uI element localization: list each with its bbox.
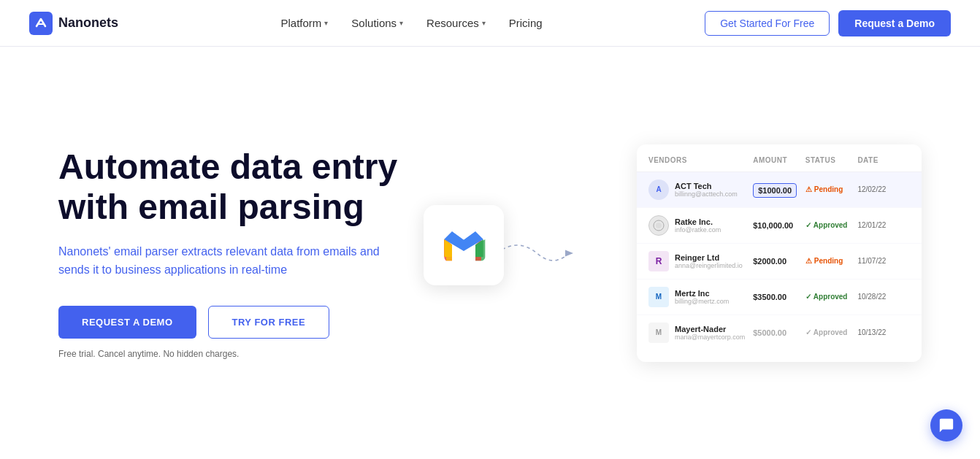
status-badge: ⚠ Pending	[805, 257, 858, 265]
vendor-email: billing@mertz.com	[675, 298, 729, 305]
hero-note: Free trial. Cancel anytime. No hidden ch…	[58, 349, 424, 359]
nav-resources[interactable]: Resources ▾	[426, 17, 486, 29]
table-header: VENDORS AMOUNT STATUS DATE	[637, 156, 922, 172]
vendor-name: Mayert-Nader	[675, 325, 745, 333]
nav-pricing[interactable]: Pricing	[509, 17, 543, 29]
status-badge: ✓ Approved	[805, 328, 858, 336]
vendor-name: Mertz Inc	[675, 289, 729, 298]
date-cell: 12/01/22	[857, 221, 910, 229]
logo-icon	[29, 12, 53, 35]
gmail-card	[424, 205, 504, 285]
table-row: M Mertz Inc billing@mertz.com $3500.00 ✓…	[637, 279, 922, 315]
hero-illustration: VENDORS AMOUNT STATUS DATE A ACT Tech bi…	[424, 122, 922, 385]
svg-point-6	[656, 223, 662, 228]
status-badge: ✓ Approved	[805, 293, 858, 301]
hero-subtitle: Nanonets' email parser extracts relevant…	[58, 242, 394, 279]
avatar: M	[648, 323, 669, 343]
gmail-icon	[440, 222, 487, 269]
amount-cell: $1000.00	[753, 183, 805, 196]
nav-actions: Get Started For Free Request a Demo	[705, 10, 951, 36]
vendor-info: M Mertz Inc billing@mertz.com	[648, 287, 753, 307]
table-row: R Reinger Ltd anna@reingerlimited.io $20…	[637, 244, 922, 279]
chevron-down-icon: ▾	[399, 19, 403, 27]
svg-marker-4	[565, 250, 573, 256]
vendor-info: M Mayert-Nader maria@mayertcorp.com	[648, 323, 753, 343]
chevron-down-icon: ▾	[324, 19, 328, 27]
amount-cell: $3500.00	[753, 293, 805, 301]
vendor-email: maria@mayertcorp.com	[675, 333, 745, 341]
date-cell: 10/28/22	[857, 293, 910, 301]
vendor-email: billinng@acttech.com	[675, 190, 738, 198]
amount-cell: $10,000.00	[753, 221, 805, 230]
avatar: A	[648, 180, 669, 200]
vendor-info: A ACT Tech billinng@acttech.com	[648, 180, 753, 200]
status-badge: ✓ Approved	[805, 221, 858, 229]
try-free-button[interactable]: TRY FOR FREE	[208, 306, 330, 339]
vendor-info: Ratke Inc. info@ratke.com	[648, 215, 753, 236]
avatar: M	[648, 287, 669, 307]
date-cell: 10/13/22	[857, 328, 910, 336]
vendor-email: anna@reingerlimited.io	[675, 262, 743, 269]
hero-section: Automate data entry with email parsing N…	[0, 47, 980, 459]
vendor-name: Ratke Inc.	[675, 217, 721, 226]
vendor-name: ACT Tech	[675, 182, 738, 190]
nav-platform[interactable]: Platform ▾	[281, 17, 329, 29]
nav-solutions[interactable]: Solutions ▾	[351, 17, 403, 29]
hero-content: Automate data entry with email parsing N…	[58, 147, 424, 359]
table-row: A ACT Tech billinng@acttech.com $1000.00…	[637, 172, 922, 208]
avatar	[648, 215, 669, 236]
table-row: Ratke Inc. info@ratke.com $10,000.00 ✓ A…	[637, 208, 922, 244]
vendor-info: R Reinger Ltd anna@reingerlimited.io	[648, 251, 753, 271]
hero-buttons: REQUEST A DEMO TRY FOR FREE	[58, 306, 424, 339]
amount-cell: $5000.00	[753, 328, 805, 337]
logo-text: Nanonets	[58, 15, 118, 31]
request-demo-nav-button[interactable]: Request a Demo	[838, 10, 951, 36]
vendor-table-card: VENDORS AMOUNT STATUS DATE A ACT Tech bi…	[637, 144, 922, 362]
chat-bubble[interactable]	[930, 409, 962, 441]
date-cell: 11/07/22	[857, 257, 910, 265]
chat-icon	[938, 417, 954, 433]
table-row: M Mayert-Nader maria@mayertcorp.com $500…	[637, 315, 922, 350]
arrow-svg	[493, 228, 573, 279]
status-badge: ⚠ Pending	[805, 185, 858, 193]
amount-cell: $2000.00	[753, 257, 805, 266]
logo[interactable]: Nanonets	[29, 12, 118, 35]
request-demo-button[interactable]: REQUEST A DEMO	[58, 306, 196, 339]
avatar: R	[648, 251, 669, 271]
hero-title: Automate data entry with email parsing	[58, 147, 424, 227]
navbar: Nanonets Platform ▾ Solutions ▾ Resource…	[0, 0, 980, 47]
chevron-down-icon: ▾	[482, 19, 486, 27]
nav-links: Platform ▾ Solutions ▾ Resources ▾ Prici…	[281, 17, 543, 29]
get-started-button[interactable]: Get Started For Free	[705, 11, 830, 36]
vendor-email: info@ratke.com	[675, 226, 721, 234]
vendor-name: Reinger Ltd	[675, 253, 743, 262]
date-cell: 12/02/22	[857, 185, 910, 193]
